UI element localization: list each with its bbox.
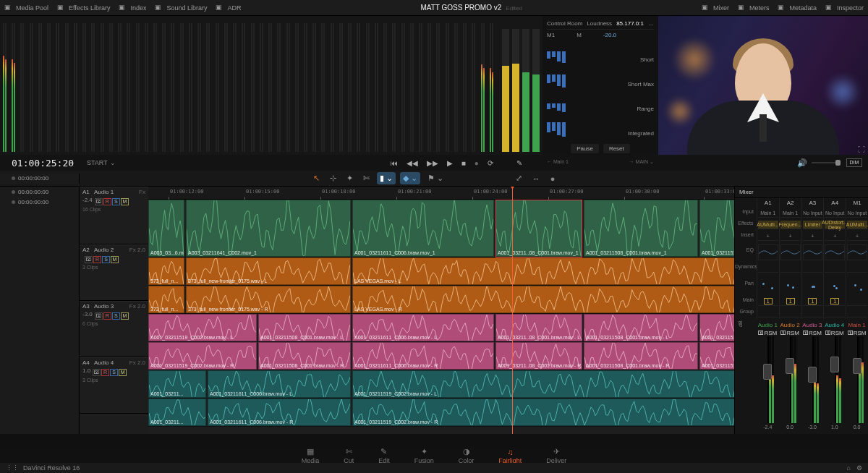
audio-clip[interactable]: A003_03...6.mov_1 <box>148 200 184 257</box>
range-tool[interactable]: ⊹ <box>327 172 339 184</box>
dim-button[interactable]: DIM <box>846 158 862 167</box>
audio-clip[interactable]: LAS VEGAS.mov - R <box>352 286 734 313</box>
page-tab-color[interactable]: ◑Color <box>459 447 475 464</box>
audio-clip[interactable]: A001_03211519_C002.braw.mov - L <box>352 370 734 398</box>
audio-clip[interactable]: 373_full_n... <box>148 286 184 313</box>
toolbar-inspector[interactable]: ▣Inspector <box>825 4 864 12</box>
audio-clip[interactable]: A001_03211..08_C001.braw.mov - L <box>495 314 582 341</box>
speaker-icon[interactable]: 🔊 <box>797 158 807 168</box>
audio-clip[interactable]: A001_03211..08_C001.braw.mov - R <box>495 342 582 370</box>
toolbar-meters[interactable]: ▣Meters <box>738 4 770 12</box>
playhead[interactable] <box>512 187 513 434</box>
forward-icon[interactable]: ▶▶ <box>425 158 440 169</box>
resolve-logo-icon: ⋮⋮ <box>6 464 19 472</box>
audio-clip[interactable]: A001_03211611_C006.braw.mov_1 <box>352 200 494 257</box>
audio-clip[interactable]: 373_full_new-frontier_0175.wav - R <box>186 286 351 313</box>
track-header-A4[interactable]: A4 Audio 4Fx 2.01.0⚿RSM3 Clips <box>80 357 148 414</box>
edit-toolbar: 00:00:00:00 ↖ ⊹ ✦ ✄ ▮ ⌄ ◆ ⌄ ⚑ ⌄ ⤢ ↔ ● <box>0 171 868 187</box>
flag-tool[interactable]: ⚑ ⌄ <box>425 172 446 184</box>
page-tab-cut[interactable]: ✄Cut <box>344 447 354 464</box>
project-title: MATT GOSS PROMO v2Edited <box>241 4 701 12</box>
start-dropdown[interactable]: START⌄ <box>87 159 116 166</box>
page-tab-deliver[interactable]: ✈Deliver <box>546 447 566 464</box>
razor-tool[interactable]: ✄ <box>360 172 373 184</box>
top-toolbar: ▣Media Pool▣Effects Library▣Index▣Sound … <box>0 0 868 16</box>
audio-clip[interactable]: A001_03211508_C001.braw.mov - L <box>258 314 351 341</box>
toolbar-mixer[interactable]: ▣Mixer <box>702 4 729 12</box>
audio-clip[interactable]: A001_03211... <box>148 370 206 398</box>
page-tabs: ▦Media✄Cut✎Edit✦Fusion◑Color♫Fairlight✈D… <box>0 448 868 463</box>
mixer-panel: Mixer A1A2A3A4M1 InputMain 1Main 1No Inp… <box>734 187 868 434</box>
audio-clip[interactable]: LAS VEGAS.mov - L <box>352 257 734 285</box>
audio-clip[interactable]: A001_03211519_C002.braw.mov - L <box>148 314 257 341</box>
status-bar: ⋮⋮ DaVinci Resolve 16 ⌂ ⚙ <box>0 463 868 473</box>
video-viewer[interactable]: ⛶ <box>658 16 868 155</box>
audio-clip[interactable]: A001_03211611_C006.braw.mov - R <box>208 399 351 426</box>
link-icon[interactable]: ⤢ <box>513 172 525 184</box>
toolbar-media-pool[interactable]: ▣Media Pool <box>4 4 48 12</box>
toolbar-effects-library[interactable]: ▣Effects Library <box>57 4 110 12</box>
page-tab-fairlight[interactable]: ♫Fairlight <box>498 448 522 464</box>
home-icon[interactable]: ⌂ <box>847 464 851 472</box>
audio-clip[interactable]: A001_03211519_C002.braw.mov - R <box>148 342 257 370</box>
edit-select-tool[interactable]: ▮ ⌄ <box>377 172 396 184</box>
zoom-icon[interactable]: ↔ <box>529 173 543 184</box>
audio-clip[interactable]: A001_03211611_C006.braw.mov - L <box>352 314 494 341</box>
audio-clip[interactable]: A001_03211519_C002.braw.mov - L <box>699 314 734 341</box>
toolbar-sound-library[interactable]: ▣Sound Library <box>155 4 207 12</box>
tc-sidebar: 00:00:00:00 00:00:00:00 <box>0 187 80 434</box>
audio-clip[interactable]: A001_03211508_C001.braw.mov - R <box>584 342 698 370</box>
audio-clip[interactable]: A001_03211..08_C001.braw.mov_1 <box>495 200 582 257</box>
audio-clip[interactable]: 373_full_n... <box>148 257 184 285</box>
audio-clip[interactable]: A001_03211611_C006.braw.mov - R <box>352 342 494 370</box>
audio-clip[interactable]: A001_03211508_C001.braw.mov - L <box>584 314 698 341</box>
page-tab-edit[interactable]: ✎Edit <box>378 447 390 464</box>
monitor-volume-slider[interactable] <box>812 162 841 163</box>
fader-main-1[interactable]: Main 1⚿RSM0.0 <box>846 320 868 430</box>
master-timecode: 01:00:25:20 <box>0 158 80 169</box>
track-header-A2[interactable]: A2 Audio 2Fx 2.0⚿RSM3 Clips <box>80 244 148 301</box>
settings-icon[interactable]: ⚙ <box>856 464 862 472</box>
audio-clip[interactable]: A003_03211641_C002.mov_1 <box>186 200 351 257</box>
bus-meters <box>499 16 542 155</box>
loudness-reset[interactable]: Reset <box>603 144 630 153</box>
rewind-icon[interactable]: ◀◀ <box>405 158 420 169</box>
marker-tool[interactable]: ✦ <box>344 172 356 184</box>
fader-audio-3[interactable]: Audio 3⚿RSM-3.0 <box>801 320 824 430</box>
track-header-A3[interactable]: A3 Audio 3Fx 2.0-3.0⚿RSM6 Clips <box>80 301 148 357</box>
audio-clip[interactable]: A001_03211... <box>148 399 206 426</box>
timecode-row: 01:00:25:20 START⌄ ⏮ ◀◀ ▶▶ ▶ ■ ● ⟳ ✎ 🔊 D… <box>0 155 868 171</box>
goto-start-icon[interactable]: ⏮ <box>389 158 399 169</box>
fader-audio-2[interactable]: Audio 2⚿RSM0.0 <box>779 320 801 430</box>
loudness-pause[interactable]: Pause <box>571 144 599 153</box>
audio-clip[interactable]: A001_03211519_C002.braw.mov_1 <box>699 200 734 257</box>
track-header-A1[interactable]: A1 Audio 1Fx-2.4⚿RSM16 Clips <box>80 187 148 244</box>
timeline[interactable]: 01:00:12:0001:00:15:0001:00:18:0001:00:2… <box>148 187 734 434</box>
page-tab-fusion[interactable]: ✦Fusion <box>414 447 434 464</box>
fader-audio-1[interactable]: Audio 1⚿RSM-2.4 <box>757 320 779 430</box>
clip-record-icon[interactable]: ● <box>548 173 558 184</box>
audio-clip[interactable]: A001_03211508_C001.braw.mov_1 <box>584 200 698 257</box>
automation-icon[interactable]: ✎ <box>515 158 524 169</box>
stop-icon[interactable]: ■ <box>460 158 467 169</box>
audio-clip[interactable]: A001_03211611_C006.braw.mov - L <box>208 370 351 398</box>
audio-clip[interactable]: 373_full_new-frontier_0175.wav - L <box>186 257 351 285</box>
expand-icon[interactable]: ⛶ <box>858 145 865 153</box>
play-icon[interactable]: ▶ <box>446 158 454 169</box>
toolbar-adr[interactable]: ▣ADR <box>216 4 241 12</box>
timeline-ruler[interactable]: 01:00:12:0001:00:15:0001:00:18:0001:00:2… <box>148 187 734 200</box>
loop-icon[interactable]: ⟳ <box>486 158 495 169</box>
record-icon[interactable]: ● <box>473 158 480 169</box>
snap-tool[interactable]: ◆ ⌄ <box>400 172 420 184</box>
page-tab-media[interactable]: ▦Media <box>302 447 320 464</box>
audio-clip[interactable]: A001_03211519_C002.braw.mov - R <box>699 342 734 370</box>
toolbar-index[interactable]: ▣Index <box>119 4 146 12</box>
toolbar-metadata[interactable]: ▣Metadata <box>778 4 817 12</box>
mixer-title: Mixer <box>735 187 868 198</box>
audio-clip[interactable]: A001_03211519_C002.braw.mov - R <box>352 399 734 426</box>
tc-sub: 00:00:00:00 <box>0 174 79 184</box>
selection-tool[interactable]: ↖ <box>310 172 323 184</box>
fader-audio-4[interactable]: Audio 4⚿RSM1.0 <box>823 320 846 430</box>
audio-clip[interactable]: A001_03211508_C001.braw.mov - R <box>258 342 351 370</box>
meter-bridge <box>0 16 499 155</box>
